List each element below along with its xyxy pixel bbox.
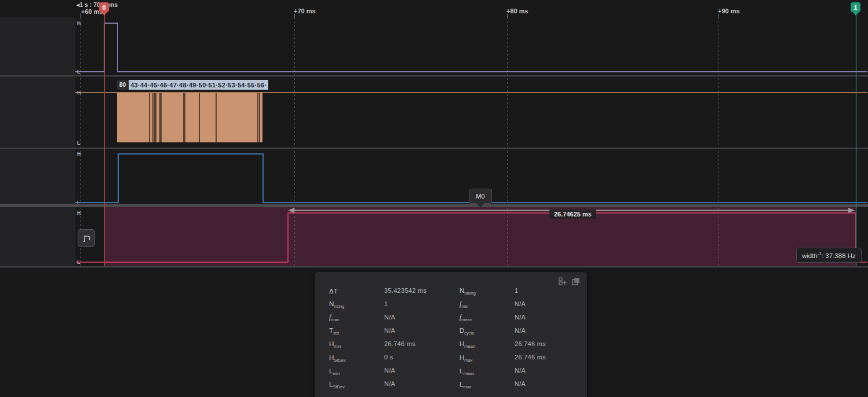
freq-tooltip-base: width — [802, 252, 818, 259]
measurement-value: 1 — [515, 287, 587, 294]
measurement-value: 0 s — [384, 354, 459, 361]
measurement-value: 35.423542 ms — [384, 287, 459, 294]
measurement-width-label[interactable]: 26.74625 ms — [549, 209, 596, 219]
measurement-row: LminN/ALmeanN/A — [329, 364, 587, 377]
trigger-pulse-icon — [81, 233, 92, 244]
measurement-value: N/A — [515, 327, 587, 334]
panel-toolbar — [559, 277, 580, 285]
timing-marker-0-label[interactable]: 0 — [99, 2, 109, 12]
measurement-value: N/A — [384, 314, 459, 321]
measurement-m0-balloon[interactable]: M0 — [469, 189, 492, 204]
measurement-label: Hmax — [459, 352, 515, 363]
measurement-label: fmax — [329, 311, 384, 322]
freq-tooltip-rest: : 37.388 Hz — [822, 252, 856, 259]
measurement-label: Hmean — [459, 338, 515, 349]
trigger-button[interactable] — [78, 229, 95, 247]
channel-separator — [0, 148, 868, 149]
measurement-label: Nfalling — [459, 285, 515, 296]
measurement-value: 26.746 ms — [384, 340, 459, 347]
channel-separator — [0, 75, 868, 77]
measurement-label: Lmean — [459, 365, 515, 376]
measurement-row: LStDevN/ALmaxN/A — [329, 377, 587, 391]
measurement-label: Dcycle — [459, 325, 515, 336]
measurement-value: N/A — [515, 380, 587, 387]
timing-marker-0-pin[interactable]: 0 — [99, 2, 110, 16]
timing-marker-1-label[interactable]: 1 — [851, 2, 860, 12]
lcd-measured-region[interactable] — [104, 207, 856, 266]
channel-label-column-bg — [0, 17, 75, 267]
measurement-label: Lmax — [459, 378, 515, 389]
measurement-label: fmin — [459, 298, 515, 309]
measurement-label: LStDev — [329, 378, 384, 389]
measurement-row: Nrising1fminN/A — [329, 297, 587, 310]
timing-marker-1-tail — [852, 12, 859, 16]
decoded-byte-row[interactable]: 80 43·44·45·46·47·48·49·50·51·52·53·54·5… — [117, 80, 268, 90]
measurement-label: Lmin — [329, 365, 384, 376]
channel-separator — [0, 204, 868, 207]
measurement-value: N/A — [384, 367, 459, 374]
logic-analyzer-app: ◂1 s : 70 ms +60 ms +70 ms +80 ms +90 ms… — [0, 0, 868, 397]
timing-marker-0-tail — [101, 12, 108, 16]
measurement-panel: ΔT35.423542 msNfalling1Nrising1fminN/Afm… — [315, 272, 587, 397]
measurement-rows: ΔT35.423542 msNfalling1Nrising1fminN/Afm… — [315, 272, 587, 391]
measurement-value: N/A — [384, 380, 459, 387]
freq-tooltip-sup: -1 — [818, 251, 822, 256]
measurement-value: N/A — [515, 300, 587, 307]
decoded-byte-first[interactable]: 80 — [117, 80, 128, 90]
measurement-value: 1 — [384, 300, 459, 307]
grid-add-icon[interactable] — [559, 277, 567, 285]
measurement-row: ΔT35.423542 msNfalling1 — [329, 284, 587, 297]
measurement-value: N/A — [515, 314, 587, 321]
measurement-row: TstdN/ADcycleN/A — [329, 324, 587, 337]
waveform-a6-load-array — [75, 23, 867, 72]
m0-balloon-tail — [476, 203, 484, 208]
frequency-tooltip: width-1: 37.388 Hz — [796, 248, 862, 263]
measurement-m0-label: M0 — [476, 193, 484, 200]
measurement-value: N/A — [384, 327, 459, 334]
measurement-label: Hmin — [329, 338, 384, 349]
byte-stream[interactable]: 43·44·45·46·47·48·49·50·51·52·53·54·55·5… — [129, 80, 268, 90]
measurement-value: 26.746 ms — [515, 340, 587, 347]
channel-separator — [0, 266, 868, 268]
measurement-value: N/A — [515, 367, 587, 374]
measurement-row: Hmin26.746 msHmean26.746 ms — [329, 337, 587, 350]
waveform-c6-tx-burst — [117, 93, 262, 142]
measurement-label: ΔT — [329, 285, 384, 296]
measurement-label: Tstd — [329, 325, 384, 336]
measurement-label: Nrising — [329, 298, 384, 309]
measurement-label: HStDev — [329, 352, 384, 363]
copy-icon[interactable] — [572, 277, 580, 285]
measurement-value: 26.746 ms — [515, 354, 587, 361]
measurement-label: fmean — [459, 311, 515, 322]
timing-marker-1-pin[interactable]: 1 — [851, 2, 861, 16]
measurement-row: fmaxN/AfmeanN/A — [329, 310, 587, 324]
measurement-row: HStDev0 sHmax26.746 ms — [329, 350, 587, 363]
